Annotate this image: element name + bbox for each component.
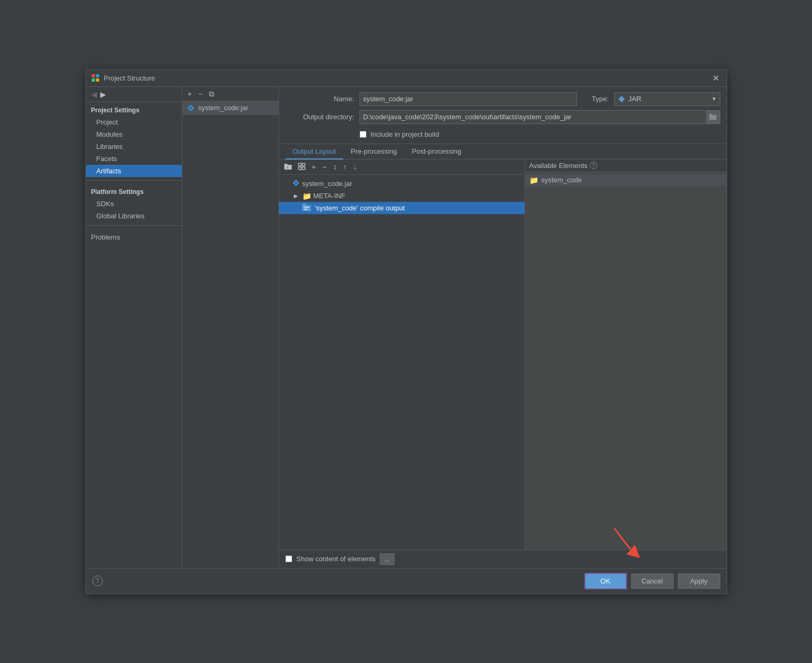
jar-select-icon (617, 95, 626, 103)
tabs-bar: Output Layout Pre-processing Post-proces… (279, 144, 727, 160)
output-area: + + − ↕ (279, 160, 727, 550)
output-dir-row: Output directory: (285, 110, 720, 124)
available-help-icon[interactable]: ? (590, 162, 597, 169)
main-content: ◀ ▶ Project Settings Project Modules Lib… (86, 87, 727, 568)
compile-output-icon (302, 204, 311, 213)
output-toolbar-up-button[interactable]: ↑ (341, 162, 349, 172)
sidebar-item-libraries[interactable]: Libraries (86, 140, 182, 153)
available-item-system-code[interactable]: 📁 system_code (525, 174, 727, 186)
artifact-label: system_code:jar (198, 104, 249, 112)
available-elements-header: Available Elements ? (525, 160, 727, 172)
sidebar-item-facets[interactable]: Facets (86, 153, 182, 165)
title-text: Project Structure (104, 74, 155, 82)
available-item-label: system_code (542, 176, 582, 184)
output-toolbar-sort-button[interactable]: ↕ (331, 162, 339, 172)
output-dir-wrapper (360, 110, 720, 124)
tree-item-label: system_code.jar (302, 180, 353, 188)
tree-item-label: META-INF (313, 192, 345, 200)
svg-rect-0 (92, 74, 95, 77)
output-toolbar-grid-button[interactable] (296, 162, 308, 172)
output-dir-label: Output directory: (285, 113, 354, 121)
include-label[interactable]: Include in project build (371, 130, 439, 138)
name-input[interactable] (360, 92, 577, 106)
include-checkbox[interactable] (360, 131, 366, 138)
footer: ? OK Cancel Apply (86, 568, 727, 594)
svg-text:+: + (286, 166, 289, 170)
output-dir-browse-button[interactable] (706, 110, 720, 124)
tab-post-processing[interactable]: Post-processing (405, 144, 469, 160)
remove-artifact-button[interactable]: − (196, 89, 205, 99)
project-settings-header: Project Settings (86, 102, 182, 116)
artifact-list-panel: + − ⧉ system_code:jar (182, 87, 279, 568)
svg-rect-18 (302, 205, 311, 211)
cancel-button[interactable]: Cancel (631, 573, 674, 589)
sidebar-item-artifacts[interactable]: Artifacts (86, 165, 182, 177)
tree-item-label: 'system_code' compile output (315, 204, 405, 212)
nav-back[interactable]: ◀ (91, 90, 97, 99)
sidebar-divider (86, 180, 182, 181)
svg-rect-20 (304, 207, 309, 208)
ok-button[interactable]: OK (584, 573, 627, 589)
sidebar-item-global-libraries[interactable]: Global Libraries (86, 210, 182, 222)
tree-item-meta-inf[interactable]: ▶ 📁 META-INF (279, 190, 525, 202)
sidebar-item-problems[interactable]: Problems (86, 229, 182, 245)
title-bar: Project Structure ✕ (86, 70, 727, 87)
available-elements-panel: Available Elements ? 📁 system_code (525, 160, 727, 550)
footer-buttons: OK Cancel Apply (584, 573, 720, 589)
svg-marker-6 (618, 96, 625, 102)
close-button[interactable]: ✕ (710, 73, 721, 83)
apply-button[interactable]: Apply (678, 573, 720, 589)
footer-help-button[interactable]: ? (92, 576, 103, 586)
jar-icon (187, 104, 195, 112)
show-content-checkbox[interactable] (285, 555, 292, 562)
grid-toolbar-icon (298, 163, 305, 170)
svg-rect-7 (709, 115, 717, 120)
sidebar-divider-2 (86, 225, 182, 226)
module-folder-icon: 📁 (529, 176, 538, 184)
name-label: Name: (285, 95, 354, 103)
output-toolbar-add-button[interactable]: + (310, 162, 318, 172)
folder-browse-icon (709, 113, 717, 120)
svg-rect-10 (284, 164, 287, 165)
tree-item-compile-output[interactable]: 'system_code' compile output (279, 202, 525, 214)
add-artifact-button[interactable]: + (186, 89, 194, 99)
content-panel: Name: Type: JAR ▼ Output directory: (279, 87, 727, 568)
show-content-label[interactable]: Show content of elements (296, 555, 376, 563)
svg-rect-19 (302, 204, 306, 206)
svg-rect-2 (92, 78, 95, 82)
sidebar-item-sdks[interactable]: SDKs (86, 198, 182, 210)
svg-rect-12 (299, 163, 301, 166)
copy-artifact-button[interactable]: ⧉ (207, 89, 216, 99)
sidebar-item-modules[interactable]: Modules (86, 128, 182, 140)
show-content-browse-button[interactable]: ... (380, 553, 395, 565)
tab-output-layout[interactable]: Output Layout (285, 144, 344, 160)
project-structure-dialog: Project Structure ✕ ◀ ▶ Project Settings… (85, 69, 727, 594)
artifact-config: Name: Type: JAR ▼ Output directory: (279, 87, 727, 144)
svg-rect-21 (304, 209, 308, 210)
type-select-wrapper: JAR ▼ (614, 92, 720, 106)
svg-rect-1 (96, 74, 99, 77)
output-toolbar-down-button[interactable]: ↓ (351, 162, 359, 172)
type-label: Type: (582, 95, 609, 103)
nav-forward[interactable]: ▶ (100, 90, 106, 99)
svg-rect-15 (302, 167, 305, 170)
footer-left: ? (92, 576, 103, 586)
type-select[interactable]: JAR (614, 92, 720, 106)
bottom-bar: Show content of elements ... (279, 550, 727, 568)
output-toolbar-remove-button[interactable]: − (320, 162, 329, 172)
tab-pre-processing[interactable]: Pre-processing (343, 144, 404, 160)
include-row: Include in project build (285, 128, 720, 140)
available-elements-label: Available Elements (529, 162, 588, 170)
svg-rect-8 (709, 114, 712, 116)
bottom-left: Show content of elements ... (285, 553, 395, 565)
output-toolbar: + + − ↕ (279, 160, 525, 175)
title-bar-left: Project Structure (91, 74, 155, 82)
available-tree: 📁 system_code (525, 172, 727, 550)
output-toolbar-folder-button[interactable]: + (282, 162, 294, 172)
name-row: Name: Type: JAR ▼ (285, 92, 720, 106)
tree-item-jar[interactable]: system_code.jar (279, 177, 525, 190)
sidebar-item-project[interactable]: Project (86, 116, 182, 128)
output-dir-input[interactable] (360, 110, 720, 124)
artifact-item[interactable]: system_code:jar (182, 101, 278, 115)
tree-expand-arrow[interactable]: ▶ (294, 193, 300, 199)
